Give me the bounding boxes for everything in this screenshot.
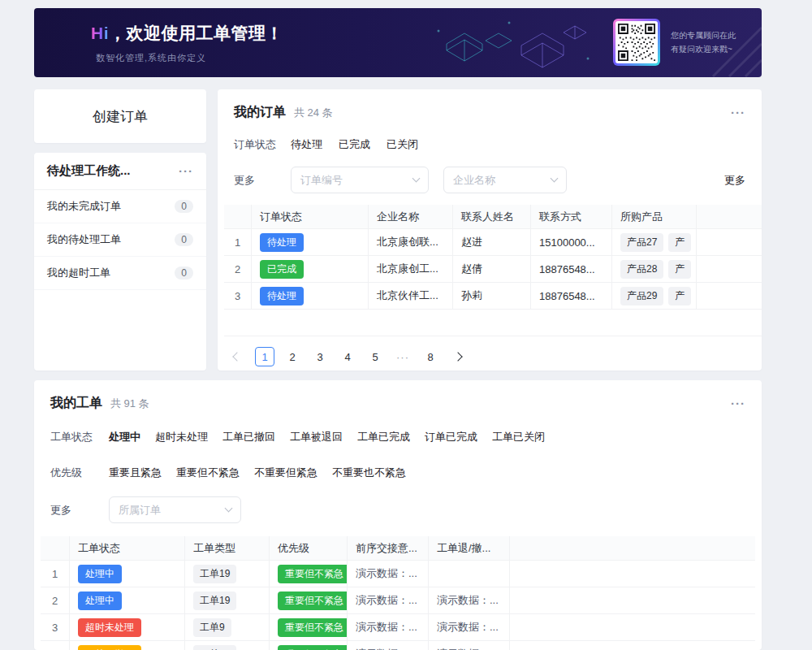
pagination-next-button[interactable] [448, 347, 468, 366]
handover-cell: 演示数据：... [348, 641, 429, 650]
filter-option-processing[interactable]: 处理中 [109, 430, 140, 444]
table-row[interactable]: 3 超时未处理 工单9 重要但不紧急 演示数据：... 演示数据：... [41, 614, 755, 641]
workorders-panel-header: 我的工单 共 91 条 ··· [34, 380, 762, 412]
stats-card-header: 待处理工作统... ··· [34, 153, 206, 190]
filter-option-closed[interactable]: 已关闭 [387, 137, 418, 152]
filter-option-important-not-urgent[interactable]: 重要但不紧急 [176, 466, 240, 480]
order-number-placeholder: 订单编号 [300, 173, 343, 188]
more-icon[interactable]: ··· [179, 165, 193, 177]
filter-option-not-important-urgent[interactable]: 不重要但紧急 [254, 466, 317, 480]
filter-option-withdrawn[interactable]: 工单已撤回 [222, 430, 275, 444]
product-pill-clipped: 产 [668, 233, 691, 252]
chevron-left-icon [232, 352, 241, 361]
column-header-index [224, 205, 252, 228]
create-order-button[interactable]: 创建订单 [34, 89, 206, 143]
phone-cell: 18876548... [531, 256, 612, 282]
status-badge: 处理中 [78, 592, 122, 610]
page-button-2[interactable]: 2 [283, 347, 302, 366]
pagination-ellipsis[interactable]: ··· [393, 347, 412, 366]
status-cell: 工单已撤回 [70, 641, 185, 650]
table-row[interactable]: 3 待处理 北京伙伴工... 孙莉 18876548... 产品29产 [224, 283, 762, 310]
contact-cell: 孙莉 [453, 283, 531, 309]
column-header-priority: 优先级 [270, 536, 348, 560]
status-cell: 超时未处理 [70, 614, 185, 640]
row-index: 4 [41, 641, 70, 650]
column-header-company: 企业名称 [369, 205, 453, 228]
page-button-1[interactable]: 1 [255, 347, 274, 366]
status-badge: 处理中 [78, 565, 122, 583]
page-button-4[interactable]: 4 [338, 347, 357, 366]
product-pill: 产品28 [620, 260, 663, 279]
page-button-8[interactable]: 8 [421, 347, 440, 366]
column-header-withdraw: 工单退/撤... [429, 536, 510, 560]
chevron-right-icon [453, 352, 462, 361]
filter-option-important-urgent[interactable]: 重要且紧急 [109, 466, 162, 480]
workorders-count: 共 91 条 [110, 396, 149, 411]
stat-item-overtime-workorders[interactable]: 我的超时工单 0 [34, 257, 206, 290]
row-index: 3 [41, 614, 70, 640]
company-name-select[interactable]: 企业名称 [443, 167, 567, 193]
pending-stats-card: 待处理工作统... ··· 我的未完成订单 0 我的待处理工单 0 我的超时工单… [34, 153, 206, 370]
more-icon[interactable]: ··· [731, 397, 745, 410]
banner-greeting: ，欢迎使用工单管理！ [109, 24, 283, 42]
type-pill: 工单9 [193, 618, 231, 637]
more-icon[interactable]: ··· [731, 106, 745, 119]
filter-option-completed[interactable]: 已完成 [339, 137, 370, 152]
filter-option-wo-completed[interactable]: 工单已完成 [357, 430, 410, 444]
stat-item-pending-workorders[interactable]: 我的待处理工单 0 [34, 223, 206, 257]
type-cell: 工单19 [185, 587, 270, 613]
workorders-table: 工单状态 工单类型 优先级 前序交接意... 工单退/撤... 1 处理中 工单… [41, 536, 755, 650]
priority-badge: 重要但不紧急 [278, 565, 348, 583]
filter-option-returned[interactable]: 工单被退回 [290, 430, 343, 444]
filter-option-order-completed[interactable]: 订单已完成 [425, 430, 477, 444]
handover-cell: 演示数据：... [348, 614, 429, 640]
type-pill: 工单16 [193, 645, 236, 650]
pagination-prev-button[interactable] [227, 347, 247, 366]
contact-cell: 赵倩 [453, 256, 531, 282]
page-button-3[interactable]: 3 [310, 347, 330, 366]
status-cell: 待处理 [252, 229, 369, 255]
table-row[interactable]: 4 工单已撤回 工单16 重要但不紧急 演示数据：... 演示数据：... [41, 641, 755, 650]
orders-more-link[interactable]: 更多 [724, 173, 745, 188]
row-index: 2 [224, 256, 252, 282]
order-status-filter-row: 订单状态 待处理 已完成 已关闭 [218, 137, 762, 152]
company-cell: 北京康创联... [369, 229, 453, 255]
contact-cell: 赵进 [453, 229, 531, 255]
workorders-more-filter-row: 更多 所属订单 [34, 496, 762, 523]
orders-more-filter-row: 更多 订单编号 企业名称 更多 [218, 167, 762, 193]
orders-count: 共 24 条 [294, 106, 333, 120]
filter-option-not-important-not-urgent[interactable]: 不重要也不紧急 [332, 466, 406, 480]
filter-option-overtime[interactable]: 超时未处理 [155, 430, 208, 444]
type-cell: 工单9 [185, 614, 270, 640]
qr-code-image [618, 24, 655, 61]
consultant-note: 您的专属顾问在此 有疑问欢迎来戳~ [671, 28, 736, 56]
withdraw-cell: 演示数据：... [429, 641, 510, 650]
my-workorders-panel: 我的工单 共 91 条 ··· 工单状态 处理中 超时未处理 工单已撤回 工单被… [34, 380, 762, 650]
page-button-5[interactable]: 5 [365, 347, 385, 366]
withdraw-cell: 演示数据：... [429, 614, 510, 640]
filter-option-pending[interactable]: 待处理 [291, 137, 322, 152]
orders-table-header: 订单状态 企业名称 联系人姓名 联系方式 所购产品 [224, 205, 762, 229]
table-row[interactable]: 1 待处理 北京康创联... 赵进 15100000... 产品27产 [224, 229, 762, 256]
filter-option-wo-closed[interactable]: 工单已关闭 [492, 430, 545, 444]
status-badge: 待处理 [260, 287, 304, 306]
extra-cell [697, 256, 762, 282]
row-index: 3 [224, 283, 252, 309]
table-row[interactable]: 2 已完成 北京康创工... 赵倩 18876548... 产品28产 [224, 256, 762, 283]
table-row[interactable]: 2 处理中 工单19 重要但不紧急 演示数据：... 演示数据：... [41, 587, 755, 614]
page: Hi，欢迎使用工单管理！ 数智化管理,系统由你定义 您的专属顾问在此 有疑问欢迎… [0, 0, 812, 650]
table-empty-row [224, 310, 762, 336]
company-cell: 北京伙伴工... [369, 283, 453, 309]
workorder-status-filter-label: 工单状态 [50, 430, 109, 444]
workorder-status-filter-row: 工单状态 处理中 超时未处理 工单已撤回 工单被退回 工单已完成 订单已完成 工… [34, 430, 762, 444]
parent-order-select[interactable]: 所属订单 [109, 496, 241, 523]
order-number-select[interactable]: 订单编号 [291, 167, 429, 193]
priority-options: 重要且紧急 重要但不紧急 不重要但紧急 不重要也不紧急 [109, 466, 406, 480]
workorders-table-header: 工单状态 工单类型 优先级 前序交接意... 工单退/撤... [41, 536, 755, 561]
product-pill-clipped: 产 [668, 287, 691, 306]
chevron-down-icon [551, 175, 559, 183]
stat-item-unfinished-orders[interactable]: 我的未完成订单 0 [34, 190, 206, 223]
handover-cell: 演示数据：... [348, 561, 429, 587]
order-status-options: 待处理 已完成 已关闭 [291, 137, 418, 152]
table-row[interactable]: 1 处理中 工单19 重要但不紧急 演示数据：... [41, 561, 755, 587]
